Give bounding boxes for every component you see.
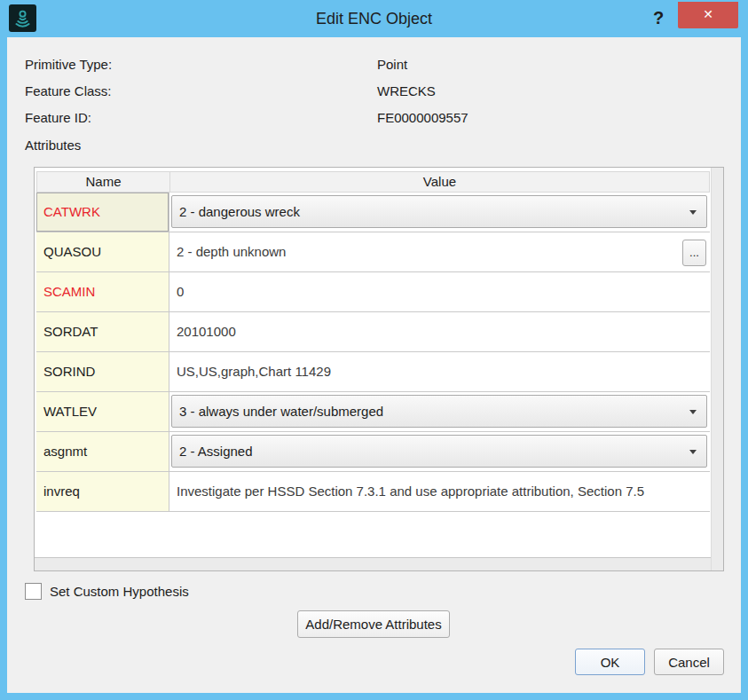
catwrk-dropdown-value: 2 - dangerous wreck <box>179 196 300 227</box>
table-row: QUASOU 2 - depth unknown ... <box>36 232 710 272</box>
attr-value-cell-invreq[interactable]: Investigate per HSSD Section 7.3.1 and u… <box>169 472 710 512</box>
feature-id-value: FE0000009557 <box>377 109 468 127</box>
attr-name-scamin[interactable]: SCAMIN <box>36 272 169 312</box>
sorind-value-text: US,US,graph,Chart 11429 <box>177 352 331 391</box>
add-remove-attributes-button[interactable]: Add/Remove Attributes <box>297 610 450 638</box>
horizontal-scrollbar[interactable] <box>35 557 711 570</box>
table-row: asgnmt 2 - Assigned <box>36 432 710 472</box>
watlev-dropdown[interactable]: 3 - always under water/submerged <box>171 395 707 428</box>
close-button[interactable]: ✕ <box>678 2 738 28</box>
primitive-type-value: Point <box>377 56 407 74</box>
chevron-down-icon <box>689 410 697 414</box>
attr-value-cell-asgnmt: 2 - Assigned <box>169 432 710 472</box>
column-header-value[interactable]: Value <box>170 172 709 192</box>
attr-name-invreq[interactable]: invreq <box>36 472 169 512</box>
attr-name-sorind[interactable]: SORIND <box>36 352 169 392</box>
set-custom-hypothesis-checkbox[interactable] <box>25 583 42 600</box>
attr-value-cell-watlev: 3 - always under water/submerged <box>169 392 710 432</box>
table-header: Name Value <box>36 171 710 193</box>
attr-name-asgnmt[interactable]: asgnmt <box>36 432 169 472</box>
invreq-value-text: Investigate per HSSD Section 7.3.1 and u… <box>177 472 644 511</box>
watlev-dropdown-value: 3 - always under water/submerged <box>179 396 383 427</box>
primitive-type-label: Primitive Type: <box>25 56 112 74</box>
feature-class-label: Feature Class: <box>25 83 112 100</box>
chevron-down-icon <box>689 210 697 215</box>
edit-enc-object-dialog: Edit ENC Object ? ✕ Primitive Type: Poin… <box>0 0 748 700</box>
catwrk-dropdown[interactable]: 2 - dangerous wreck <box>171 195 707 228</box>
attr-name-catwrk[interactable]: CATWRK <box>36 193 169 232</box>
feature-id-label: Feature ID: <box>25 109 91 127</box>
help-button[interactable]: ? <box>645 2 672 34</box>
ok-button[interactable]: OK <box>575 649 645 675</box>
asgnmt-dropdown[interactable]: 2 - Assigned <box>171 435 707 468</box>
attr-name-sordat[interactable]: SORDAT <box>36 312 169 352</box>
sordat-value-text: 20101000 <box>177 312 236 351</box>
asgnmt-dropdown-value: 2 - Assigned <box>179 436 253 467</box>
column-header-name[interactable]: Name <box>37 172 170 192</box>
attr-value-cell-sordat[interactable]: 20101000 <box>169 312 710 352</box>
quasou-ellipsis-button[interactable]: ... <box>682 240 706 266</box>
table-row: SCAMIN 0 <box>36 272 710 312</box>
dialog-content: Primitive Type: Point Feature Class: WRE… <box>7 37 741 693</box>
table-row: SORIND US,US,graph,Chart 11429 <box>36 352 710 392</box>
table-row: WATLEV 3 - always under water/submerged <box>36 392 710 432</box>
attributes-grid: Name Value CATWRK 2 - dangerous wreck QU… <box>35 168 710 556</box>
scamin-value-text: 0 <box>177 272 184 311</box>
quasou-value-text: 2 - depth unknown <box>177 232 286 271</box>
vertical-scrollbar[interactable] <box>711 168 723 570</box>
attr-value-cell-quasou[interactable]: 2 - depth unknown ... <box>169 232 710 272</box>
window-title: Edit ENC Object <box>0 0 748 37</box>
attributes-section-label: Attributes <box>25 137 81 154</box>
chevron-down-icon <box>689 450 697 454</box>
attr-value-cell-sorind[interactable]: US,US,graph,Chart 11429 <box>169 352 710 392</box>
table-row: SORDAT 20101000 <box>36 312 710 352</box>
attr-name-watlev[interactable]: WATLEV <box>36 392 169 432</box>
attr-value-cell-catwrk: 2 - dangerous wreck <box>169 193 710 232</box>
close-icon: ✕ <box>703 7 713 21</box>
cancel-button[interactable]: Cancel <box>654 649 724 675</box>
table-row: invreq Investigate per HSSD Section 7.3.… <box>36 472 710 512</box>
feature-class-value: WRECKS <box>377 83 436 100</box>
set-custom-hypothesis-label: Set Custom Hypothesis <box>50 583 189 601</box>
attributes-table: Name Value CATWRK 2 - dangerous wreck QU… <box>34 167 724 571</box>
titlebar[interactable]: Edit ENC Object ? ✕ <box>0 0 748 37</box>
attr-value-cell-scamin[interactable]: 0 <box>169 272 710 312</box>
attr-name-quasou[interactable]: QUASOU <box>36 232 169 272</box>
table-row: CATWRK 2 - dangerous wreck <box>36 193 710 232</box>
